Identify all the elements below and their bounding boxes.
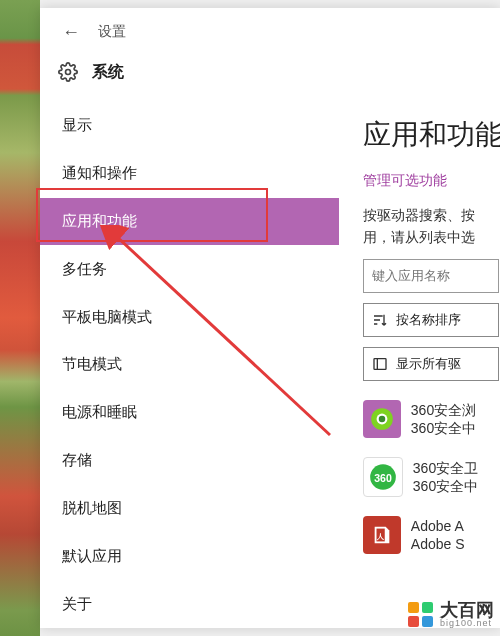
app-row-360safe[interactable]: 360 360安全卫 360安全中 xyxy=(363,453,500,501)
nav-label: 关于 xyxy=(62,595,92,614)
nav-label: 脱机地图 xyxy=(62,499,122,518)
nav-label: 节电模式 xyxy=(62,355,122,374)
desc-line: 用，请从列表中选 xyxy=(363,229,475,245)
watermark-domain: big100.net xyxy=(440,619,494,628)
nav-label: 显示 xyxy=(62,116,92,135)
background-strip xyxy=(0,0,40,636)
main-content: 应用和功能 管理可选功能 按驱动器搜索、按 用，请从列表中选 按名称排序 显示所… xyxy=(339,98,500,628)
desc-line: 按驱动器搜索、按 xyxy=(363,207,475,223)
nav-item-battery[interactable]: 节电模式 xyxy=(40,341,339,389)
app-line: Adobe A xyxy=(411,517,465,535)
nav-item-default-apps[interactable]: 默认应用 xyxy=(40,532,339,580)
nav-item-display[interactable]: 显示 xyxy=(40,102,339,150)
watermark: 大百网 big100.net xyxy=(408,601,494,628)
filter-button[interactable]: 显示所有驱 xyxy=(363,347,499,381)
app-list: 360安全浏 360安全中 360 360安全卫 360安全中 人 xyxy=(363,395,500,559)
description: 按驱动器搜索、按 用，请从列表中选 xyxy=(363,204,500,249)
app-icon-adobe: 人 xyxy=(363,516,401,554)
sort-icon xyxy=(372,312,388,328)
watermark-text: 大百网 big100.net xyxy=(440,601,494,628)
section-header: 系统 xyxy=(40,52,500,98)
titlebar: ← 设置 xyxy=(40,8,500,52)
nav-item-multitask[interactable]: 多任务 xyxy=(40,245,339,293)
nav-item-storage[interactable]: 存储 xyxy=(40,437,339,485)
nav-item-power[interactable]: 电源和睡眠 xyxy=(40,389,339,437)
watermark-logo xyxy=(408,602,434,628)
app-text: 360安全卫 360安全中 xyxy=(413,459,478,495)
filter-label: 显示所有驱 xyxy=(396,355,461,373)
app-text: 360安全浏 360安全中 xyxy=(411,401,476,437)
settings-window: ← 设置 系统 显示 通知和操作 应用和功能 多任务 平板电脑模式 节电模式 电… xyxy=(40,8,500,628)
app-line: 360安全中 xyxy=(411,419,476,437)
nav-label: 存储 xyxy=(62,451,92,470)
svg-text:360: 360 xyxy=(374,471,392,483)
back-button[interactable]: ← xyxy=(62,22,80,43)
app-row-360browser[interactable]: 360安全浏 360安全中 xyxy=(363,395,500,443)
nav-item-tablet[interactable]: 平板电脑模式 xyxy=(40,293,339,341)
app-line: Adobe S xyxy=(411,535,465,553)
section-title: 系统 xyxy=(92,62,124,83)
nav-label: 应用和功能 xyxy=(62,212,137,231)
nav-label: 多任务 xyxy=(62,260,107,279)
nav-sidebar: 显示 通知和操作 应用和功能 多任务 平板电脑模式 节电模式 电源和睡眠 存储 … xyxy=(40,98,339,628)
svg-text:人: 人 xyxy=(375,531,384,540)
svg-point-0 xyxy=(66,70,71,75)
app-line: 360安全浏 xyxy=(411,401,476,419)
app-line: 360安全卫 xyxy=(413,459,478,477)
body: 显示 通知和操作 应用和功能 多任务 平板电脑模式 节电模式 电源和睡眠 存储 … xyxy=(40,98,500,628)
nav-item-apps-features[interactable]: 应用和功能 xyxy=(40,198,339,246)
nav-label: 平板电脑模式 xyxy=(62,308,152,327)
gear-icon xyxy=(58,62,78,82)
app-line: 360安全中 xyxy=(413,477,478,495)
drive-icon xyxy=(372,356,388,372)
nav-item-about[interactable]: 关于 xyxy=(40,580,339,628)
nav-item-notifications[interactable]: 通知和操作 xyxy=(40,150,339,198)
page-title: 应用和功能 xyxy=(363,116,500,154)
app-search-input[interactable] xyxy=(363,259,499,293)
app-text: Adobe A Adobe S xyxy=(411,517,465,553)
svg-point-4 xyxy=(379,416,386,423)
titlebar-label: 设置 xyxy=(98,23,126,41)
sort-label: 按名称排序 xyxy=(396,311,461,329)
manage-optional-link[interactable]: 管理可选功能 xyxy=(363,172,500,190)
sort-button[interactable]: 按名称排序 xyxy=(363,303,499,337)
nav-label: 电源和睡眠 xyxy=(62,403,137,422)
app-icon-360safe: 360 xyxy=(363,457,403,497)
nav-label: 默认应用 xyxy=(62,547,122,566)
watermark-name: 大百网 xyxy=(440,601,494,619)
app-icon-360browser xyxy=(363,400,401,438)
nav-item-offline-maps[interactable]: 脱机地图 xyxy=(40,485,339,533)
app-row-adobe[interactable]: 人 Adobe A Adobe S xyxy=(363,511,500,559)
svg-rect-1 xyxy=(374,358,386,369)
nav-label: 通知和操作 xyxy=(62,164,137,183)
